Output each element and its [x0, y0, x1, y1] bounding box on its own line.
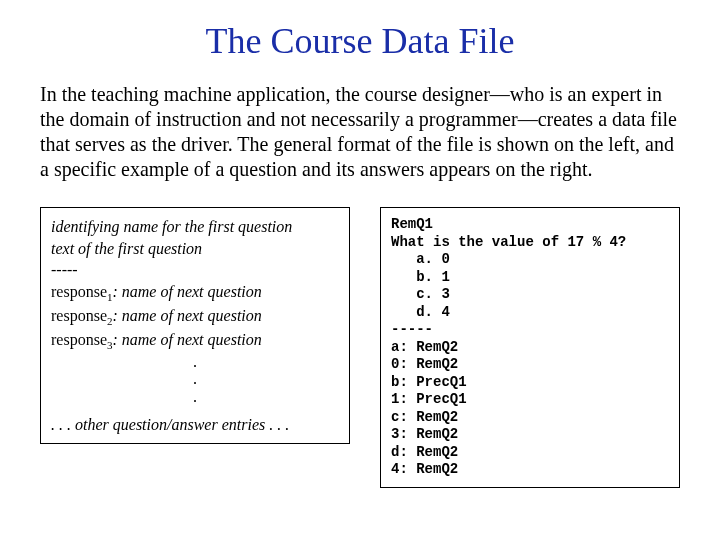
format-line: response3: name of next question — [51, 329, 339, 353]
columns: identifying name for the first question … — [40, 207, 680, 488]
example-panel: RemQ1What is the value of 17 % 4? a. 0 b… — [380, 207, 680, 488]
format-panel: identifying name for the first question … — [40, 207, 350, 444]
format-line: response2: name of next question — [51, 305, 339, 329]
code-line: b. 1 — [391, 269, 669, 287]
slide-title: The Course Data File — [40, 20, 680, 62]
code-line: What is the value of 17 % 4? — [391, 234, 669, 252]
divider-dashes: ----- — [51, 259, 339, 281]
ellipsis-dot: . — [51, 370, 339, 388]
code-line: 1: PrecQ1 — [391, 391, 669, 409]
code-line: a. 0 — [391, 251, 669, 269]
slide-paragraph: In the teaching machine application, the… — [40, 82, 680, 182]
code-line: a: RemQ2 — [391, 339, 669, 357]
code-line: d. 4 — [391, 304, 669, 322]
code-line: 3: RemQ2 — [391, 426, 669, 444]
code-line: d: RemQ2 — [391, 444, 669, 462]
code-line: ----- — [391, 321, 669, 339]
slide: The Course Data File In the teaching mac… — [0, 0, 720, 508]
code-line: RemQ1 — [391, 216, 669, 234]
code-line: b: PrecQ1 — [391, 374, 669, 392]
ellipsis-dot: . — [51, 388, 339, 406]
format-line: text of the first question — [51, 238, 339, 260]
format-line: response1: name of next question — [51, 281, 339, 305]
code-line: 0: RemQ2 — [391, 356, 669, 374]
code-line: 4: RemQ2 — [391, 461, 669, 479]
ellipsis-dot: . — [51, 353, 339, 371]
code-line: c: RemQ2 — [391, 409, 669, 427]
format-line: identifying name for the first question — [51, 216, 339, 238]
format-other-entries: . . . other question/answer entries . . … — [51, 414, 339, 436]
code-line: c. 3 — [391, 286, 669, 304]
